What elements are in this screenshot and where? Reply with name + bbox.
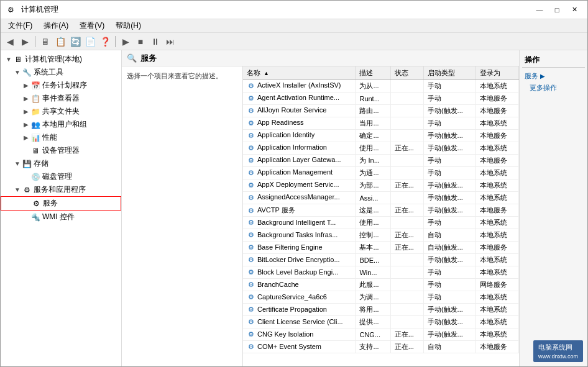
up-button[interactable]: 🖥 — [39, 35, 52, 48]
table-row[interactable]: ⚙CNG Key Isolation CNG... 正在... 手动(触发...… — [243, 328, 519, 341]
cell-name: ⚙Background Tasks Infras... — [243, 229, 356, 242]
sidebar-item-event-viewer[interactable]: ▶ 📋 事件查看器 — [1, 92, 121, 105]
cell-start-type: 手动(触发... — [423, 328, 475, 341]
service-icon: ⚙ — [247, 330, 255, 339]
table-header-row: 名称 ▲ 描述 状态 启动类型 — [243, 66, 519, 80]
table-row[interactable]: ⚙BranchCache 此服... 手动 网络服务 — [243, 279, 519, 291]
sidebar-item-local-users[interactable]: ▶ 👥 本地用户和组 — [1, 118, 121, 131]
cell-desc: 使用... — [356, 217, 390, 229]
help-button[interactable]: ❓ — [98, 35, 112, 48]
services-panel-title: 服务 — [140, 53, 157, 64]
forward-button[interactable]: ▶ — [18, 35, 32, 48]
table-row[interactable]: ⚙Background Tasks Infras... 控制... 正在... … — [243, 229, 519, 242]
table-row[interactable]: ⚙Base Filtering Engine 基本... 正在... 自动(触发… — [243, 242, 519, 254]
users-icon: 👥 — [30, 120, 40, 130]
service-icon: ⚙ — [247, 107, 255, 116]
play-button[interactable]: ▶ — [119, 35, 132, 48]
sidebar-item-performance[interactable]: ▶ 📊 性能 — [1, 131, 121, 144]
cell-name: ⚙AppX Deployment Servic... — [243, 179, 356, 192]
table-row[interactable]: ⚙Client License Service (Cli... 提供... 手动… — [243, 316, 519, 328]
tools-icon: 🔧 — [22, 68, 32, 78]
sidebar-item-wmi[interactable]: 🔩 WMI 控件 — [1, 211, 121, 224]
cell-status — [390, 279, 423, 291]
table-row[interactable]: ⚙Certificate Propagation 将用... 手动(触发... … — [243, 304, 519, 316]
sidebar-item-services[interactable]: ⚙ 服务 — [1, 196, 121, 211]
properties-button[interactable]: 📄 — [83, 35, 97, 48]
sidebar-item-services-apps[interactable]: ▼ ⚙ 服务和应用程序 — [1, 183, 121, 196]
device-icon: 🖥 — [30, 146, 40, 156]
sidebar-item-storage[interactable]: ▼ 💾 存储 — [1, 157, 121, 170]
action-more-ops[interactable]: 更多操作 — [522, 82, 585, 94]
sidebar-item-disk-manager[interactable]: 💿 磁盘管理 — [1, 170, 121, 183]
close-button[interactable]: ✕ — [566, 4, 582, 16]
cell-login: 本地服务 — [476, 204, 519, 217]
task-icon: 📅 — [30, 81, 40, 91]
description-text: 选择一个项目来查看它的描述。 — [127, 72, 223, 79]
table-row[interactable]: ⚙Background Intelligent T... 使用... 手动 本地… — [243, 217, 519, 229]
sidebar-item-root[interactable]: ▼ 🖥 计算机管理(本地) — [1, 53, 121, 66]
window-title: 计算机管理 — [21, 4, 58, 15]
sort-asc-icon: ▲ — [264, 70, 269, 76]
show-hide-button[interactable]: 📋 — [53, 35, 67, 48]
stop-button[interactable]: ■ — [134, 35, 147, 48]
back-button[interactable]: ◀ — [3, 35, 17, 48]
table-row[interactable]: ⚙Block Level Backup Engi... Win... 手动 本地… — [243, 266, 519, 279]
cell-name: ⚙AssignedAccessManager... — [243, 192, 356, 204]
table-row[interactable]: ⚙ActiveX Installer (AxInstSV) 为从... 手动 本… — [243, 80, 519, 93]
cell-start-type: 自动(触发... — [423, 242, 475, 254]
service-icon: ⚙ — [247, 256, 255, 265]
expand-task: ▶ — [22, 81, 30, 90]
table-row[interactable]: ⚙BitLocker Drive Encryptio... BDE... 手动(… — [243, 254, 519, 266]
cell-name: ⚙Background Intelligent T... — [243, 217, 356, 229]
cell-login: 本地系统 — [476, 217, 519, 229]
minimize-button[interactable]: — — [531, 4, 548, 16]
col-name[interactable]: 名称 ▲ — [243, 66, 356, 80]
watermark-subtext: www.dnxtw.com — [538, 353, 578, 360]
action-services[interactable]: 服务 ▶ — [522, 70, 585, 82]
col-desc[interactable]: 描述 — [356, 66, 390, 80]
pause-button[interactable]: ⏸ — [149, 35, 162, 48]
table-row[interactable]: ⚙Application Layer Gatewa... 为 In... 手动 … — [243, 155, 519, 167]
cell-desc: Runt... — [356, 93, 390, 105]
menu-view[interactable]: 查看(V) — [75, 19, 109, 32]
expand-services — [22, 199, 31, 208]
menu-help[interactable]: 帮助(H) — [111, 19, 146, 32]
cell-login: 本地服务 — [476, 341, 519, 353]
computer-icon: 🖥 — [13, 55, 23, 65]
table-row[interactable]: ⚙Agent Activation Runtime... Runt... 手动 … — [243, 93, 519, 105]
table-row[interactable]: ⚙AssignedAccessManager... Assi... 手动(触发.… — [243, 192, 519, 204]
cell-desc: 为调... — [356, 291, 390, 304]
table-row[interactable]: ⚙Application Identity 确定... 手动(触发... 本地服… — [243, 130, 519, 142]
col-login[interactable]: 登录为 — [476, 66, 519, 80]
table-row[interactable]: ⚙AppX Deployment Servic... 为部... 正在... 手… — [243, 179, 519, 192]
maximize-button[interactable]: □ — [549, 4, 565, 16]
services-apps-icon: ⚙ — [22, 185, 32, 195]
table-row[interactable]: ⚙Application Management 为通... 手动 本地系统 — [243, 167, 519, 179]
sidebar: ▼ 🖥 计算机管理(本地) ▼ 🔧 系统工具 ▶ 📅 任务计划程序 ▶ 📋 事件… — [1, 50, 122, 366]
col-start-type[interactable]: 启动类型 — [423, 66, 475, 80]
col-status[interactable]: 状态 — [390, 66, 423, 80]
title-bar-left: ⚙ 计算机管理 — [6, 4, 58, 15]
table-row[interactable]: ⚙AVCTP 服务 这是... 正在... 手动(触发... 本地服务 — [243, 204, 519, 217]
sidebar-item-device-manager[interactable]: 🖥 设备管理器 — [1, 144, 121, 157]
menu-action[interactable]: 操作(A) — [39, 19, 73, 32]
table-row[interactable]: ⚙App Readiness 当用... 手动 本地系统 — [243, 117, 519, 130]
table-row[interactable]: ⚙AllJoyn Router Service 路由... 手动(触发... 本… — [243, 105, 519, 117]
sidebar-item-task-scheduler[interactable]: ▶ 📅 任务计划程序 — [1, 79, 121, 92]
menu-file[interactable]: 文件(F) — [3, 19, 37, 32]
table-row[interactable]: ⚙CaptureService_4a6c6 为调... 手动 本地系统 — [243, 291, 519, 304]
sidebar-label-device: 设备管理器 — [42, 145, 80, 156]
refresh-tree-button[interactable]: 🔄 — [68, 35, 82, 48]
cell-status: 正在... — [390, 242, 423, 254]
sidebar-item-sys-tools[interactable]: ▼ 🔧 系统工具 — [1, 66, 121, 79]
sidebar-item-shared-folders[interactable]: ▶ 📁 共享文件夹 — [1, 105, 121, 118]
cell-name: ⚙Block Level Backup Engi... — [243, 266, 356, 279]
table-row[interactable]: ⚙Application Information 使用... 正在... 手动(… — [243, 142, 519, 155]
table-row[interactable]: ⚙COM+ Event System 支持... 正在... 自动 本地服务 — [243, 341, 519, 353]
services-body: 选择一个项目来查看它的描述。 名称 ▲ 描述 — [122, 66, 519, 366]
cell-start-type: 手动(触发... — [423, 105, 475, 117]
services-table-area[interactable]: 名称 ▲ 描述 状态 启动类型 — [243, 66, 519, 366]
cell-status — [390, 192, 423, 204]
restart-button[interactable]: ⏭ — [163, 35, 177, 48]
service-icon: ⚙ — [247, 181, 255, 190]
